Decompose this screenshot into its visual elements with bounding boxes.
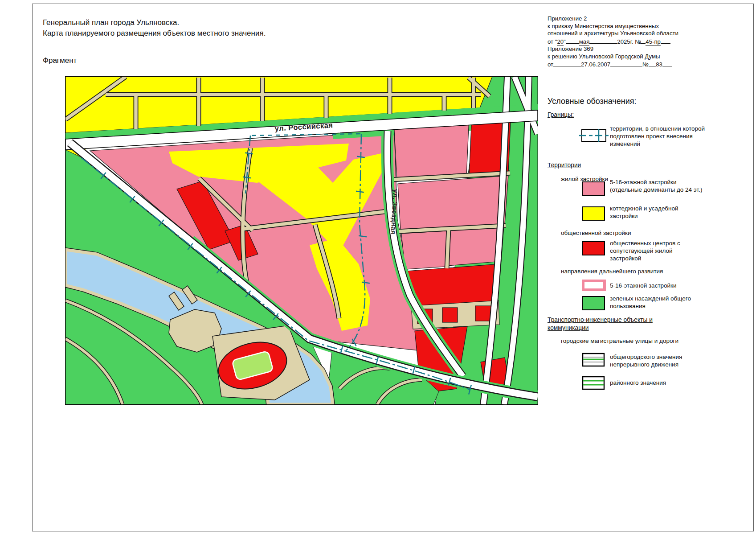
legend-swatch-red: [582, 241, 605, 255]
road-citywide-icon: [582, 353, 605, 367]
document-page: Генеральный план города Ульяновска. Карт…: [32, 4, 754, 531]
legend-road2-label: районного значения: [610, 379, 708, 387]
legend-header-territorii: Территории: [548, 162, 581, 169]
legend-red-label: общественных центров с сопутствующей жил…: [610, 239, 699, 262]
stamp-line: к приказу Министерства имущественных: [548, 23, 701, 30]
title-line-1: Генеральный план города Ульяновска.: [43, 17, 266, 28]
legend-pink-label: 5-16-этажной застройки (отдельные домина…: [610, 178, 706, 193]
legend-boundary-symbol: [579, 128, 609, 144]
legend-swatch-yellow: [582, 206, 605, 221]
title-line-2: Карта планируемого размещения объектов м…: [43, 28, 266, 39]
approval-stamp: Приложение 2 к приказу Министерства имущ…: [548, 15, 701, 69]
page-title: Генеральный план города Ульяновска. Карт…: [43, 17, 266, 39]
stamp-line-date1: от "20"мая2025г. №45-пр: [548, 37, 701, 46]
legend-subheader-streets: городские магистральные улицы и дороги: [561, 337, 678, 344]
fragment-label: Фрагмент: [43, 56, 77, 65]
legend-subheader-napravleniya: направления дальнейшего развития: [561, 268, 663, 275]
stamp-line-date2: от27.06.2007№83: [548, 60, 701, 69]
legend-title: Условные обозначения:: [548, 97, 636, 106]
stamp-line: Приложение 369: [548, 45, 701, 53]
stamp-line: к решению Ульяновской Городской Думы: [548, 53, 701, 61]
stamp-date: 27.06.2007: [581, 61, 610, 68]
legend-road1-label: общегородского значения непрерывного дви…: [610, 353, 708, 368]
road-district-icon: [582, 376, 605, 390]
stamp-line: отношений и архитектуры Ульяновской обла…: [548, 30, 701, 37]
stamp-decision-no: 83: [656, 61, 662, 68]
legend-header-granitsy: Границы:: [548, 111, 574, 118]
legend-swatch-green: [582, 296, 605, 310]
stamp-order-no: 45-пр: [646, 38, 661, 45]
boundary-symbol-icon: [579, 128, 609, 143]
legend-road1-symbol: [582, 353, 605, 369]
stamp-day: 20: [557, 38, 564, 45]
legend-swatch-pink-outline: [582, 280, 606, 291]
legend-swatch-pink: [582, 181, 605, 196]
stamp-line: Приложение 2: [548, 15, 701, 23]
legend-pink-outline-label: 5-16-этажной застройки: [610, 282, 708, 289]
legend-subheader-obsh: общественной застройки: [561, 230, 631, 236]
legend-yellow-label: коттеджной и усадебной застройки: [610, 205, 699, 220]
map-fragment: ул. Российская ул. Звездная: [65, 76, 538, 405]
legend-boundary-label: территории, в отношении которой подготов…: [610, 125, 708, 148]
legend-road2-symbol: [582, 376, 605, 392]
stamp-month: мая: [579, 38, 590, 45]
legend-header-transport: Транспортно-инженерные объекты и коммуни…: [548, 316, 695, 332]
city-plan-map: ул. Российская ул. Звездная: [65, 77, 538, 404]
legend-green-label: зеленых насаждений общего пользования: [610, 295, 699, 310]
